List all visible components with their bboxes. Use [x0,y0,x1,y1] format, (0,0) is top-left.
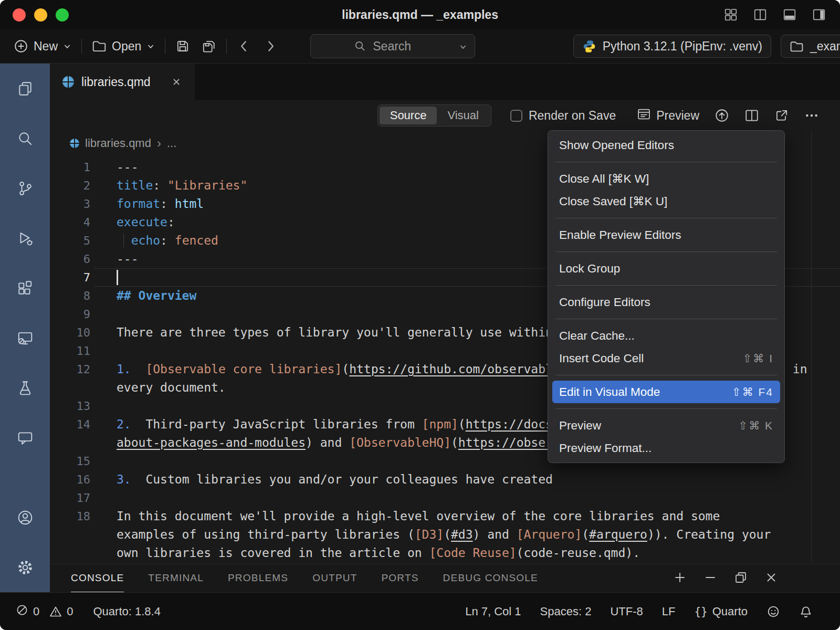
open-in-new-window-icon[interactable] [774,108,789,123]
plus-circle-icon [14,39,28,54]
menu-separator [555,162,777,162]
panel-restore-icon[interactable] [734,571,748,586]
code-line[interactable]: examples of using third-party libraries … [50,526,840,544]
menu-item-label: Insert Code Cell [559,352,743,365]
code-line[interactable]: 17 [50,489,840,507]
cursor-position-status[interactable]: Ln 7, Col 1 [465,605,521,618]
menu-item-close-saved-k-u[interactable]: Close Saved [⌘K U] [552,190,780,213]
more-actions-icon[interactable] [804,108,819,123]
feedback-smiley-icon[interactable] [766,605,780,618]
sidebar-item-search[interactable] [0,113,50,163]
menu-item-preview[interactable]: Preview⇧⌘ K [552,414,780,437]
eol-label: LF [662,605,676,618]
eol-status[interactable]: LF [662,605,676,618]
code-line[interactable]: own libraries is covered in the article … [50,544,840,562]
line-content: ## Overview [117,287,196,305]
line-content: title: "Libraries" [117,176,247,195]
toggle-secondary-sidebar-icon[interactable] [812,7,826,22]
panel-add-icon[interactable] [673,571,687,586]
menu-item-edit-in-visual-mode[interactable]: Edit in Visual Mode⇧⌘ F4 [552,381,780,403]
line-number: 2 [50,176,90,195]
menu-item-close-all-k-w[interactable]: Close All [⌘K W] [552,167,780,190]
menu-item-clear-cache[interactable]: Clear Cache... [552,324,780,347]
sidebar-item-run-debug[interactable] [0,213,50,263]
breadcrumb-file[interactable]: libraries.qmd [85,136,151,150]
navigate-forward-icon[interactable] [263,39,278,54]
line-content: every document. [117,379,226,397]
menu-separator [555,408,777,409]
split-columns-icon[interactable] [753,7,768,22]
render-on-save-checkbox[interactable] [510,110,522,122]
menu-item-enable-preview-editors[interactable]: Enable Preview Editors [552,224,780,246]
window-title: libraries.qmd — _examples [342,8,498,22]
panel-minimize-icon[interactable] [704,571,717,586]
tab-libraries-qmd[interactable]: libraries.qmd [50,64,195,100]
minimize-window-button[interactable] [34,8,47,22]
navigate-back-icon[interactable] [237,39,251,54]
new-button[interactable]: New [14,39,71,54]
menu-item-label: Edit in Visual Mode [559,385,732,399]
save-all-icon[interactable] [202,39,216,54]
workspace-button[interactable]: _examples [781,35,840,58]
panel-tab-ports[interactable]: PORTS [382,564,419,593]
warning-icon [49,605,62,618]
sidebar-item-chat[interactable] [0,413,50,463]
code-line[interactable]: 163. Custom libraries you and/or your co… [50,470,840,489]
search-field[interactable] [372,39,432,54]
menu-item-insert-code-cell[interactable]: Insert Code Cell⇧⌘ I [552,347,780,370]
line-number [50,526,90,544]
close-window-button[interactable] [13,8,26,22]
menu-item-show-opened-editors[interactable]: Show Opened Editors [552,134,780,156]
publish-icon[interactable] [715,108,729,123]
chevron-down-icon[interactable] [459,43,467,53]
breadcrumb-symbol[interactable]: ... [167,136,176,150]
panel-tab-debug-console[interactable]: DEBUG CONSOLE [443,564,538,593]
sidebar-item-settings[interactable] [0,542,50,592]
customize-layout-icon[interactable] [723,7,738,22]
panel-tabs: CONSOLETERMINALPROBLEMSOUTPUTPORTSDEBUG … [71,564,562,593]
line-content: examples of using third-party libraries … [117,526,771,544]
main-toolbar: New Open [0,29,840,64]
line-content: There are three types of library you'll … [117,323,611,342]
open-button[interactable]: Open [92,39,155,54]
toggle-panel-icon[interactable] [782,7,797,22]
problems-status[interactable]: 0 0 [16,604,74,620]
encoding-status[interactable]: UTF-8 [610,605,643,618]
split-editor-icon[interactable] [744,108,759,123]
sidebar-item-explorer[interactable] [0,64,50,113]
sidebar-item-testing[interactable] [0,363,50,413]
search-input[interactable] [310,34,475,58]
line-number: 10 [50,323,90,342]
source-mode-button[interactable]: Source [380,107,437,124]
menu-item-configure-editors[interactable]: Configure Editors [552,291,780,313]
menu-item-shortcut: ⇧⌘ F4 [732,386,773,398]
close-tab-icon[interactable] [171,76,182,88]
quarto-version-status[interactable]: Quarto: 1.8.4 [93,605,161,618]
save-icon[interactable] [175,39,190,54]
panel-tab-terminal[interactable]: TERMINAL [148,564,204,593]
sidebar-item-account[interactable] [0,492,50,542]
panel-tab-console[interactable]: CONSOLE [71,564,124,593]
panel-close-icon[interactable] [764,571,778,586]
menu-item-shortcut: ⇧⌘ I [743,352,773,365]
sidebar-item-extensions[interactable] [0,263,50,313]
line-number: 17 [50,489,90,507]
toolbar-separator [226,39,227,54]
notifications-bell-icon[interactable] [799,605,813,618]
panel-tab-output[interactable]: OUTPUT [312,564,357,593]
panel-tab-problems[interactable]: PROBLEMS [228,564,288,593]
line-content: own libraries is covered in the article … [117,544,640,562]
menu-item-lock-group[interactable]: Lock Group [552,257,780,280]
code-line[interactable]: 18In this document we'll provide a high-… [50,507,840,526]
visual-mode-button[interactable]: Visual [437,107,489,124]
line-content: --- [117,250,139,268]
indentation-status[interactable]: Spaces: 2 [540,605,592,618]
menu-item-preview-format[interactable]: Preview Format... [552,437,780,459]
sidebar-item-remote-explorer[interactable] [0,313,50,363]
interpreter-selector[interactable]: Python 3.12.1 (PipEnv: .venv) [573,35,771,58]
quarto-version-label: Quarto: 1.8.4 [93,605,161,618]
sidebar-item-source-control[interactable] [0,163,50,213]
preview-button[interactable]: Preview [637,107,699,124]
zoom-window-button[interactable] [56,8,69,22]
language-mode-status[interactable]: {} Quarto [694,605,748,618]
